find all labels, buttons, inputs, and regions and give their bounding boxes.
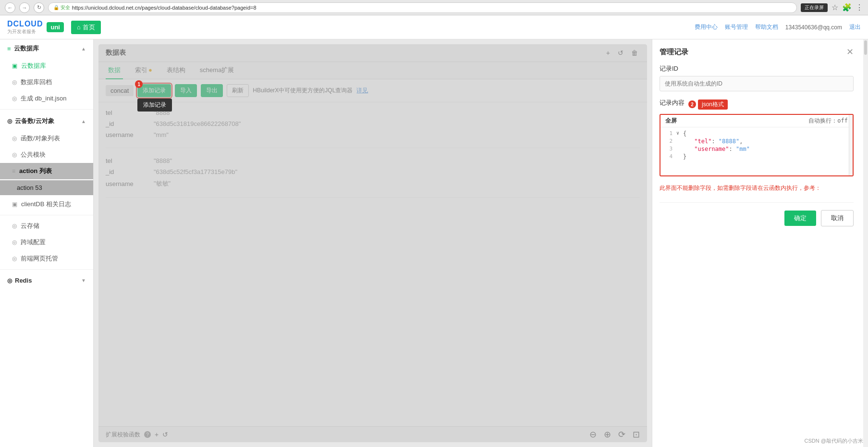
help-icon[interactable]: ?	[144, 431, 151, 438]
back-button[interactable]: ←	[5, 2, 15, 13]
sidebar-item-public-modules[interactable]: ◎ 公共模块	[0, 147, 93, 163]
hint-link[interactable]: 详见	[356, 87, 368, 95]
extension-icon[interactable]: 🧩	[842, 3, 852, 12]
panel-footer: 确定 取消	[660, 202, 854, 226]
sidebar-item-cloud-storage[interactable]: ◎ 云存储	[0, 218, 93, 234]
help-docs-link[interactable]: 帮助文档	[755, 23, 778, 31]
right-panel-scrollbar[interactable]	[863, 39, 868, 447]
sidebar-item-action-53[interactable]: action 53	[0, 180, 93, 195]
tab-index[interactable]: 索引●	[133, 62, 155, 79]
log-icon: ▣	[12, 201, 17, 208]
chevron-down-icon-redis: ▼	[81, 278, 86, 283]
home-button[interactable]: ⌂ 首页	[71, 21, 101, 34]
sidebar-section-cloud-db[interactable]: ≡ 云数据库 ▲	[0, 39, 93, 58]
cost-center-link[interactable]: 费用中心	[695, 23, 718, 31]
right-panel-title: 管理记录	[660, 48, 688, 57]
header-right: 费用中心 账号管理 帮助文档 1343540636@qq.com 退出	[695, 23, 861, 31]
right-panel: 管理记录 ✕ 记录ID 记录内容 2 json格式	[652, 39, 868, 447]
field-value-username-2: "敏敏"	[154, 179, 171, 188]
add-validator-button[interactable]: +	[155, 431, 159, 438]
db-icon: ▣	[12, 62, 17, 69]
code-line-2: 2 ∨ "tel": "8888",	[663, 137, 850, 145]
fit-screen-button[interactable]: ⟳	[618, 429, 625, 440]
code-line-1: 1 ∨ {	[663, 130, 850, 137]
code-line-4: 4 ∨ }	[663, 153, 850, 161]
json-badge-number: 2	[688, 100, 696, 108]
recording-badge: 正在录屏	[801, 3, 828, 12]
close-right-panel-button[interactable]: ✕	[846, 47, 854, 57]
table-row: username "敏敏"	[106, 177, 640, 190]
export-button[interactable]: 导出	[201, 84, 223, 97]
confirm-button[interactable]: 确定	[784, 211, 816, 226]
field-name-username-2: username	[106, 180, 154, 187]
fold-icon[interactable]: ∨	[676, 130, 679, 136]
code-editor-scrollbar[interactable]	[849, 115, 853, 175]
account-manage-link[interactable]: 账号管理	[725, 23, 748, 31]
cancel-button[interactable]: 取消	[821, 210, 854, 226]
record-id-section: 记录ID	[660, 64, 854, 91]
field-name-id-2: _id	[106, 168, 154, 175]
tab-data[interactable]: 数据	[106, 62, 123, 79]
app-header: DCLOUD 为开发者服务 uni ⌂ 首页 费用中心 账号管理 帮助文档 13…	[0, 15, 868, 39]
bookmark-icon[interactable]: ☆	[831, 3, 838, 12]
sidebar-item-functions[interactable]: ◎ 函数/对象列表	[0, 130, 93, 147]
db-tabs: 数据 索引● 表结构 schema扩展	[98, 62, 647, 79]
record-id-input[interactable]	[660, 76, 854, 91]
url-bar[interactable]: 🔒 安全 https://unicloud.dcloud.net.cn/page…	[48, 2, 797, 13]
add-record-button[interactable]: 添加记录	[137, 84, 171, 97]
field-value-username-1: "mm"	[154, 131, 169, 138]
json-format-badge[interactable]: json格式	[698, 99, 728, 110]
add-record-container: 1 添加记录 添加记录	[137, 84, 171, 97]
tab-schema[interactable]: 表结构	[164, 62, 188, 79]
sidebar-item-clientdb-log[interactable]: ▣ clientDB 相关日志	[0, 196, 93, 212]
refresh-validator-button[interactable]: ↺	[162, 431, 168, 438]
refresh-table-button[interactable]: ↺	[616, 48, 625, 58]
full-screen-button[interactable]: ⊡	[633, 429, 640, 440]
add-table-button[interactable]: +	[604, 48, 612, 58]
field-name-tel-2: tel	[106, 157, 154, 164]
sidebar-section-redis[interactable]: ◎ Redis ▼	[0, 272, 93, 289]
table-row: tel "8888"	[106, 107, 640, 118]
sidebar-item-action-list[interactable]: ≡ action 列表	[0, 163, 93, 179]
warning-text: 此界面不能删除字段，如需删除字段请在云函数内执行，参考：	[660, 184, 854, 193]
content-area: 数据表 + ↺ 🗑 数据 索引● 表结构 schema扩展 concat	[94, 39, 652, 447]
sidebar-item-cloud-database[interactable]: ▣ 云数据库	[0, 58, 93, 74]
hosting-icon: ◎	[12, 255, 17, 262]
record-group-2: tel "8888" _id "638d5c52f5cf3a177315e79b…	[106, 155, 640, 198]
sidebar-item-frontend-hosting[interactable]: ◎ 前端网页托管	[0, 250, 93, 267]
refresh-data-button[interactable]: 刷新	[227, 84, 249, 97]
cloud-db-section-icon: ≡	[7, 45, 11, 52]
forward-button[interactable]: →	[19, 2, 30, 13]
main-layout: ≡ 云数据库 ▲ ▣ 云数据库 ◎ 数据库回档 ◎ 生成 db_init.jso…	[0, 39, 868, 447]
chevron-down-icon-backup: ▲	[81, 119, 86, 124]
auto-wrap-option[interactable]: 自动换行：off	[808, 117, 848, 125]
logout-link[interactable]: 退出	[849, 23, 861, 31]
menu-icon[interactable]: ⋮	[856, 3, 863, 12]
zoom-out-button[interactable]: ⊖	[589, 429, 597, 440]
field-value-tel-2: "8888"	[154, 157, 172, 164]
sidebar-divider-3	[0, 269, 93, 270]
archive-icon: ◎	[12, 79, 17, 86]
sidebar-section-cloud-backup[interactable]: ◎ 云备数/云对象 ▲	[0, 112, 93, 130]
sidebar-item-cors[interactable]: ◎ 跨域配置	[0, 234, 93, 250]
logo: DCLOUD 为开发者服务	[7, 20, 43, 35]
chevron-up-icon: ▲	[81, 46, 86, 51]
browser-bar: ← → ↻ 🔒 安全 https://unicloud.dcloud.net.c…	[0, 0, 868, 15]
hint-text: HBuilderX中可使用更方便的JQL查询器	[253, 87, 353, 95]
tab-schema-ext[interactable]: schema扩展	[197, 62, 237, 79]
fullscreen-tab[interactable]: 全屏	[665, 117, 677, 125]
field-value-id-1: "638d5c31819ce86622268708"	[154, 120, 241, 127]
refresh-button[interactable]: ↻	[34, 2, 44, 13]
zoom-in-button[interactable]: ⊕	[604, 429, 611, 440]
add-record-tooltip: 添加记录	[137, 99, 172, 112]
cloud-backup-icon: ◎	[7, 118, 12, 124]
delete-table-button[interactable]: 🗑	[629, 48, 640, 58]
import-button[interactable]: 导入	[175, 84, 197, 97]
sidebar-item-db-archive[interactable]: ◎ 数据库回档	[0, 74, 93, 90]
right-panel-header: 管理记录 ✕	[660, 47, 854, 57]
record-id-label: 记录ID	[660, 64, 854, 73]
home-icon: ⌂	[77, 24, 81, 31]
sidebar-item-gen-init[interactable]: ◎ 生成 db_init.json	[0, 90, 93, 107]
csdn-watermark: CSDN @敲代码的小吉米	[805, 437, 863, 445]
action-list-icon: ≡	[12, 168, 15, 174]
